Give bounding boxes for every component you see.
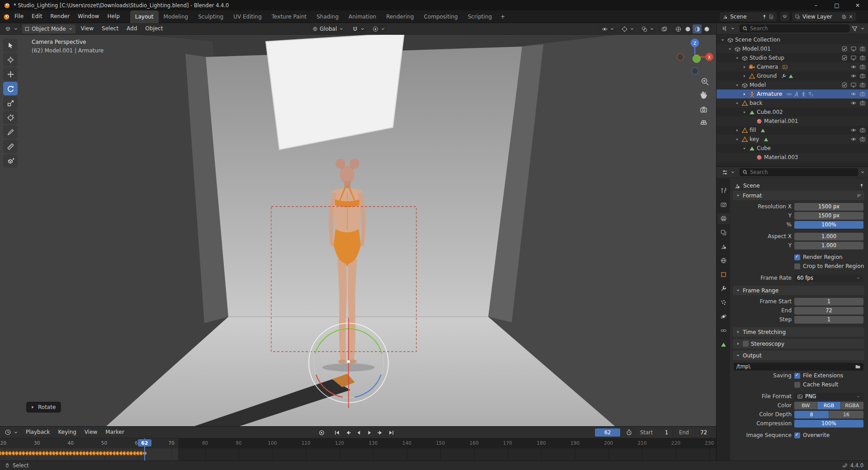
workspace-tab-scripting[interactable]: Scripting — [463, 10, 497, 23]
eye-icon[interactable] — [850, 73, 857, 79]
checkbox-crop-to-render-region[interactable] — [794, 263, 800, 269]
axis-minus-x[interactable] — [677, 54, 684, 61]
viewport-menu-view[interactable]: View — [77, 24, 98, 33]
expander-icon[interactable] — [726, 47, 733, 52]
checkbox-cache-result[interactable] — [794, 382, 800, 388]
presets-icon[interactable] — [856, 193, 862, 198]
option-16[interactable]: 16 — [829, 411, 863, 418]
properties-tab-output[interactable] — [717, 213, 730, 224]
expander-icon[interactable] — [741, 65, 747, 70]
pin-icon[interactable] — [859, 183, 864, 188]
show-overlays-icon[interactable] — [640, 24, 649, 33]
xray-toggle[interactable] — [658, 24, 670, 33]
expander-icon[interactable] — [741, 110, 747, 115]
stopwatch-icon[interactable] — [626, 429, 632, 436]
chevron-down-icon[interactable] — [380, 26, 386, 32]
timeline-editor-type-button[interactable] — [2, 428, 21, 437]
menu-help[interactable]: Help — [103, 12, 123, 21]
scene-selector[interactable]: Scene — [720, 12, 777, 21]
outliner-row-camera[interactable]: Camera — [717, 62, 868, 71]
tool-add-primitive[interactable] — [3, 154, 18, 168]
menu-render[interactable]: Render — [46, 12, 74, 21]
filter-icon[interactable] — [851, 25, 858, 32]
play-button[interactable] — [364, 428, 374, 437]
expander-icon[interactable] — [734, 128, 740, 133]
camera-r-icon[interactable] — [859, 91, 866, 97]
add-workspace-button[interactable]: + — [497, 10, 509, 23]
panel-checkbox[interactable] — [743, 341, 749, 347]
outliner-row-material-001[interactable]: Material.001 — [717, 117, 868, 126]
expander-icon[interactable] — [741, 146, 747, 151]
viewport-menu-select[interactable]: Select — [98, 24, 123, 33]
view-layer-toggle[interactable] — [780, 12, 789, 21]
outliner-row-fill[interactable]: fill — [717, 126, 868, 135]
timeline-menu-marker[interactable]: Marker — [101, 428, 128, 437]
pin-icon[interactable] — [762, 14, 767, 19]
dropdown-frame-rate[interactable]: 60 fps — [794, 274, 863, 282]
outliner-row-studio-setup[interactable]: Studio Setup — [717, 53, 868, 62]
chevron-down-icon[interactable] — [649, 26, 655, 32]
close-button[interactable]: ✕ — [847, 0, 868, 10]
option-rgb[interactable]: RGB — [817, 402, 840, 409]
current-frame-badge[interactable]: 62 — [138, 439, 151, 446]
workspace-tab-rendering[interactable]: Rendering — [381, 10, 419, 23]
tool-move[interactable] — [3, 67, 18, 81]
dropdown-file-format[interactable]: PNG — [794, 393, 863, 400]
output-path-field[interactable]: /tmp\ — [734, 363, 863, 371]
tool-annotate[interactable] — [3, 125, 18, 139]
axis-minus-z[interactable] — [692, 68, 698, 75]
timeline-menu-view[interactable]: View — [80, 428, 101, 437]
play-reverse-button[interactable] — [354, 428, 363, 437]
expander-icon[interactable] — [734, 137, 740, 142]
properties-tab-render[interactable] — [717, 199, 730, 210]
field-aspect-x[interactable]: 1.000 — [794, 233, 863, 240]
previous-keyframe-button[interactable] — [343, 428, 353, 437]
app-menu-blender-icon[interactable] — [3, 13, 10, 20]
panel-header-format[interactable]: Format — [733, 191, 864, 200]
slider-compression[interactable]: 100% — [794, 420, 863, 428]
properties-search-input[interactable] — [750, 169, 855, 175]
outliner-row-cube-002[interactable]: Cube.002 — [717, 108, 868, 117]
field-end[interactable]: 72 — [794, 307, 863, 315]
camera-r-icon[interactable] — [859, 100, 866, 106]
field-resolution-x[interactable]: 1500 px — [794, 203, 863, 211]
tool-scale[interactable] — [3, 96, 18, 110]
properties-tab-modifiers[interactable] — [717, 283, 730, 294]
outliner-row-scene-collection[interactable]: Scene Collection — [717, 35, 868, 44]
chevron-down-icon[interactable] — [360, 26, 365, 32]
menu-window[interactable]: Window — [74, 12, 103, 21]
workspace-tab-layout[interactable]: Layout — [130, 10, 159, 23]
outliner-row-model[interactable]: Model — [717, 80, 868, 89]
check-ol-icon[interactable] — [841, 55, 848, 61]
chevron-down-icon[interactable] — [860, 26, 865, 31]
chevron-down-icon[interactable] — [860, 169, 865, 175]
workspace-tab-shading[interactable]: Shading — [311, 10, 344, 23]
expander-icon[interactable] — [734, 83, 740, 88]
copy-icon[interactable] — [841, 14, 847, 19]
properties-tab-particles[interactable] — [717, 297, 730, 308]
timeline-menu-keying[interactable]: Keying — [54, 428, 80, 437]
outliner-row-cube[interactable]: Cube — [717, 144, 868, 153]
panel-header-output[interactable]: Output — [733, 351, 864, 360]
check-ol-icon[interactable] — [841, 82, 848, 88]
axis-y[interactable] — [693, 55, 701, 63]
folder-icon[interactable] — [855, 364, 861, 370]
properties-tab-constraints[interactable] — [717, 325, 730, 336]
monitor-icon[interactable] — [850, 82, 857, 88]
shading-material-icon[interactable] — [693, 24, 702, 33]
outliner-row-key[interactable]: key — [717, 135, 868, 144]
properties-tab-object-data[interactable] — [717, 339, 730, 350]
workspace-tab-compositing[interactable]: Compositing — [419, 10, 462, 23]
panel-header-stereoscopy[interactable]: Stereoscopy — [733, 339, 864, 348]
checkbox-render-region[interactable] — [794, 254, 800, 260]
tool-select-box[interactable] — [3, 38, 18, 52]
expander-icon[interactable] — [734, 101, 740, 106]
eye-icon[interactable] — [850, 127, 857, 133]
shading-wireframe-icon[interactable] — [674, 24, 683, 33]
outliner-search[interactable] — [740, 24, 849, 33]
field-frame-start[interactable]: 1 — [794, 298, 863, 306]
monitor-icon[interactable] — [850, 46, 857, 52]
checkbox-file-extensions[interactable] — [794, 373, 800, 379]
outliner-row-armature[interactable]: Armature2 — [717, 89, 868, 99]
next-keyframe-button[interactable] — [375, 428, 385, 437]
